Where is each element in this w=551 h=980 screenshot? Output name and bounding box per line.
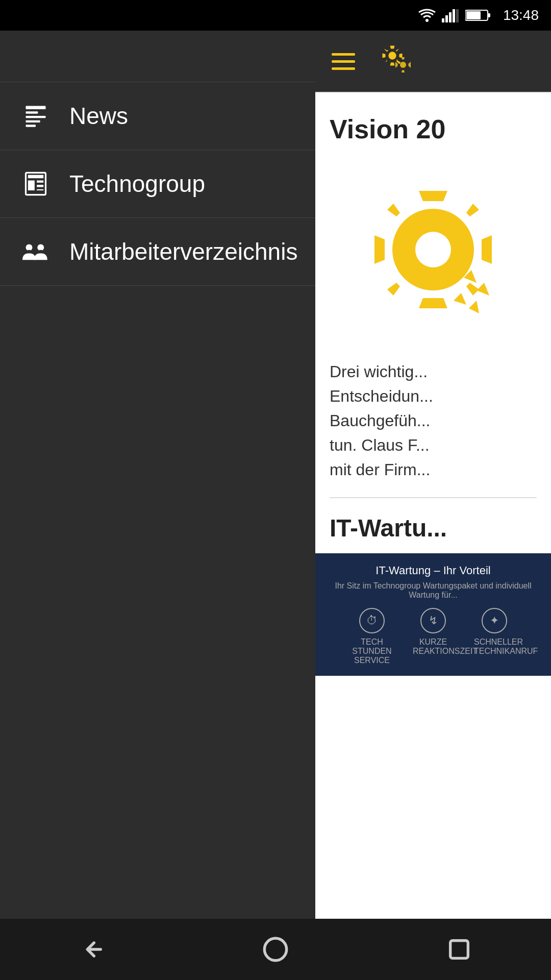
svg-point-20 (26, 244, 33, 251)
thumbnail-icon-1: ⏱ TECH STUNDEN SERVICE (352, 608, 392, 665)
signal-icon (442, 8, 459, 22)
status-bar: 13:48 (0, 0, 551, 31)
svg-marker-38 (469, 301, 479, 313)
bottom-nav (0, 919, 551, 980)
tech-stunden-label: TECH STUNDEN SERVICE (352, 638, 392, 665)
svg-rect-17 (37, 181, 43, 183)
article-gear-image (315, 155, 551, 349)
recents-button[interactable] (434, 929, 485, 970)
svg-rect-16 (28, 181, 35, 191)
svg-rect-40 (450, 941, 468, 959)
svg-rect-12 (26, 120, 40, 122)
battery-icon (465, 9, 491, 22)
svg-point-23 (389, 52, 396, 60)
svg-marker-36 (477, 283, 489, 296)
svg-rect-3 (449, 12, 452, 22)
svg-rect-15 (28, 175, 43, 179)
sidebar-item-technogroup[interactable]: Technogroup (0, 150, 315, 218)
svg-rect-8 (488, 13, 490, 17)
sidebar-item-news[interactable]: News (0, 82, 315, 150)
content-header (315, 31, 551, 92)
react-label: KURZE REAKTIONSZEIT (413, 638, 454, 656)
main-layout: News Technogroup (0, 31, 551, 949)
content-panel: Vision 20 (315, 31, 551, 949)
employees-icon (20, 236, 51, 267)
sidebar-item-technogroup-label: Technogroup (69, 170, 205, 198)
wifi-icon (418, 8, 436, 22)
svg-rect-7 (466, 11, 481, 19)
svg-point-24 (400, 62, 406, 68)
thumbnail-icons-row: ⏱ TECH STUNDEN SERVICE ↯ KURZE REAKTIONS… (352, 608, 515, 665)
thumbnail-subtext: Ihr Sitz im Technogroup Wartungspaket un… (325, 581, 541, 600)
svg-point-34 (415, 232, 451, 267)
svg-rect-9 (26, 106, 46, 110)
react-icon: ↯ (420, 608, 446, 633)
tech-stunden-icon: ⏱ (359, 608, 385, 633)
svg-rect-10 (26, 111, 38, 113)
article-body-text: Drei wichtig... Entscheidun... Bauchgefü… (315, 349, 551, 497)
svg-rect-4 (453, 9, 455, 22)
svg-marker-28 (482, 235, 492, 264)
svg-marker-30 (466, 283, 479, 296)
sidebar: News Technogroup (0, 31, 315, 949)
article-thumbnail: IT-Wartung – Ihr Vorteil Ihr Sitz im Tec… (315, 553, 551, 676)
home-button[interactable] (250, 929, 301, 970)
svg-point-0 (425, 19, 429, 22)
svg-rect-2 (445, 15, 448, 22)
article-title-1: Vision 20 (315, 93, 551, 155)
svg-marker-26 (419, 298, 447, 308)
schnell-icon: ✦ (482, 608, 507, 633)
thumbnail-icon-3: ✦ SCHNELLER TECHNIKANRUF (474, 608, 515, 665)
svg-point-39 (264, 938, 286, 960)
article-title-1-text: Vision 20 (330, 114, 445, 144)
svg-point-21 (37, 244, 44, 251)
gear-svg (367, 178, 499, 321)
svg-marker-32 (387, 283, 400, 296)
svg-rect-11 (26, 116, 46, 118)
thumbnail-icon-2: ↯ KURZE REAKTIONSZEIT (413, 608, 454, 665)
article-title-2: IT-Wartu... (315, 498, 551, 553)
technogroup-icon (20, 168, 51, 199)
svg-rect-1 (442, 18, 444, 22)
hamburger-menu-button[interactable] (328, 49, 359, 74)
svg-marker-29 (387, 204, 400, 216)
svg-marker-27 (374, 235, 385, 264)
sidebar-item-employees[interactable]: Mitarbeiterverzeichnis (0, 218, 315, 286)
schnell-label: SCHNELLER TECHNIKANRUF (474, 638, 515, 656)
sidebar-item-employees-label: Mitarbeiterverzeichnis (69, 238, 297, 265)
status-icons: 13:48 (418, 7, 539, 23)
back-button[interactable] (66, 929, 117, 970)
sidebar-item-news-label: News (69, 102, 128, 130)
svg-marker-37 (454, 293, 466, 305)
thumbnail-text: IT-Wartung – Ihr Vorteil (375, 564, 490, 577)
svg-rect-19 (37, 189, 43, 190)
svg-rect-13 (26, 125, 36, 127)
svg-rect-5 (456, 9, 459, 22)
settings-button[interactable] (379, 42, 415, 81)
article-title-2-text: IT-Wartu... (330, 514, 447, 542)
news-icon (20, 101, 51, 131)
svg-marker-25 (419, 191, 447, 201)
svg-marker-31 (466, 204, 479, 216)
svg-rect-18 (37, 185, 43, 187)
status-time: 13:48 (503, 7, 539, 23)
